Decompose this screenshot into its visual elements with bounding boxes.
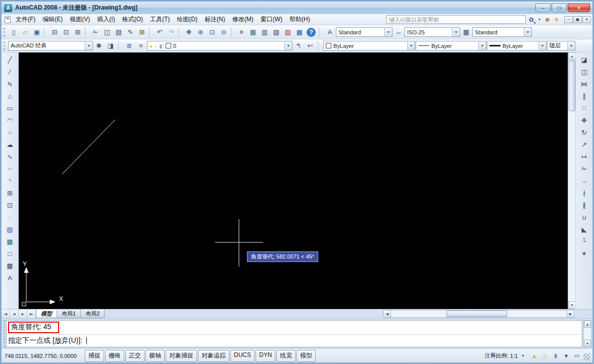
dropdown-arrow-icon[interactable] xyxy=(452,28,460,36)
dropdown-arrow-icon[interactable] xyxy=(519,354,527,357)
dropdown-arrow-icon[interactable] xyxy=(538,41,546,50)
table-icon[interactable]: ▦ xyxy=(4,260,16,272)
designcenter-icon[interactable]: ▦ xyxy=(247,27,259,38)
vertical-scrollbar-thumb[interactable] xyxy=(569,61,575,111)
properties-icon[interactable]: ≡ xyxy=(236,27,247,38)
dropdown-arrow-icon[interactable] xyxy=(407,41,415,50)
linetype-combo[interactable]: ByLayer xyxy=(416,41,486,50)
undo-icon[interactable]: ↶ xyxy=(154,27,165,38)
toolbar-lock-icon[interactable]: ▮ xyxy=(551,351,560,360)
layer-freeze-icon[interactable]: ☼ xyxy=(154,43,158,49)
table-style-combo[interactable]: Standard xyxy=(472,27,532,37)
arc-icon[interactable]: ◠ xyxy=(4,115,16,126)
hatch-icon[interactable]: ▨ xyxy=(4,224,16,235)
circle-icon[interactable]: ○ xyxy=(4,127,16,138)
command-scroll-down-icon[interactable] xyxy=(584,340,591,347)
model-toggle[interactable]: 模型 xyxy=(296,350,316,362)
horizontal-scrollbar-track[interactable] xyxy=(391,310,567,318)
plot-icon[interactable]: ⊟ xyxy=(49,27,60,38)
snap-toggle[interactable]: 捕捉 xyxy=(85,350,104,362)
annotation-autoscale-icon[interactable]: △ xyxy=(540,351,550,360)
search-options-chevron-icon[interactable]: ▼ xyxy=(537,15,542,24)
command-scroll-up-icon[interactable] xyxy=(584,321,591,328)
match-properties-icon[interactable]: ✎ xyxy=(125,27,136,38)
command-scrollbar[interactable] xyxy=(583,320,591,347)
lineweight-toggle[interactable]: 线宽 xyxy=(276,350,295,362)
menu-view[interactable]: 视图(V) xyxy=(66,14,93,25)
construction-line-icon[interactable]: ∕ xyxy=(4,66,16,78)
layer-previous-icon[interactable]: ↩ xyxy=(305,40,316,51)
copy-icon[interactable]: ◫ xyxy=(102,27,113,38)
scale-icon[interactable]: ↗ xyxy=(578,139,590,150)
gradient-icon[interactable]: ▩ xyxy=(4,236,16,247)
block-editor-icon[interactable]: ⊠ xyxy=(136,27,147,38)
pan-icon[interactable]: ✥ xyxy=(183,27,194,38)
menu-format[interactable]: 格式(O) xyxy=(119,14,146,25)
help-search-input[interactable] xyxy=(386,15,526,24)
ellipse-icon[interactable]: ○ xyxy=(4,163,16,175)
sheet-set-manager-icon[interactable]: ▧ xyxy=(271,27,282,38)
save-workspace-icon[interactable]: ◨ xyxy=(105,40,116,51)
paste-icon[interactable]: ▤ xyxy=(113,27,124,38)
menu-modify[interactable]: 修改(M) xyxy=(229,14,257,25)
annotation-visibility-icon[interactable]: ▲ xyxy=(530,351,539,360)
child-minimize-button[interactable]: ─ xyxy=(564,16,573,23)
cut-icon[interactable]: ✁ xyxy=(90,27,101,38)
plot-preview-icon[interactable]: ⊡ xyxy=(61,27,72,38)
annotation-scale-control[interactable]: 注释比例: 1:1 xyxy=(484,351,528,360)
dim-style-icon[interactable]: ↔ xyxy=(393,27,404,38)
drawing-window-menu-icon[interactable] xyxy=(5,16,11,23)
polar-toggle[interactable]: 极轴 xyxy=(145,350,165,362)
chamfer-icon[interactable]: ◣ xyxy=(578,224,590,235)
ortho-toggle[interactable]: 正交 xyxy=(125,350,144,362)
extend-icon[interactable]: → xyxy=(578,175,590,187)
trim-icon[interactable]: ✁ xyxy=(578,163,590,175)
dropdown-arrow-icon[interactable] xyxy=(524,28,531,36)
coordinates-readout[interactable]: 748.0115, 1482.7750, 0.0000 xyxy=(4,351,83,360)
command-text-area[interactable]: 角度替代: 45 指定下一点或 [放弃(U)]: xyxy=(6,320,582,347)
zoom-window-icon[interactable]: ⊡ xyxy=(207,27,218,38)
grid-toggle[interactable]: 栅格 xyxy=(105,350,124,362)
table-style-icon[interactable]: ▦ xyxy=(461,27,472,38)
child-restore-button[interactable]: ▣ xyxy=(573,16,582,23)
layer-properties-manager-icon[interactable]: ≣ xyxy=(124,40,135,51)
tab-layout2[interactable]: 布局2 xyxy=(80,309,105,318)
search-icon[interactable] xyxy=(527,15,536,24)
copy-icon[interactable]: ◫ xyxy=(578,66,590,78)
color-combo[interactable]: ByLayer xyxy=(323,41,415,50)
menu-draw[interactable]: 绘图(D) xyxy=(173,14,201,25)
rotate-icon[interactable]: ↻ xyxy=(578,127,590,138)
menu-file[interactable]: 文件(F) xyxy=(12,14,39,25)
fillet-icon[interactable]: ╰ xyxy=(578,236,590,247)
command-prompt-line[interactable]: 指定下一点或 [放弃(U)]: xyxy=(7,334,582,347)
clean-screen-icon[interactable]: ▭ xyxy=(572,351,581,360)
otrack-toggle[interactable]: 对象追踪 xyxy=(198,350,229,362)
break-at-point-icon[interactable]: ∤ xyxy=(578,187,590,199)
quickcalc-icon[interactable]: ▩ xyxy=(294,27,305,38)
insert-block-icon[interactable]: ⊞ xyxy=(4,187,16,199)
menu-help[interactable]: 帮助(H) xyxy=(286,14,314,25)
dropdown-arrow-icon[interactable] xyxy=(384,28,392,36)
scroll-left-icon[interactable] xyxy=(383,310,391,318)
region-icon[interactable]: □ xyxy=(4,248,16,259)
revision-cloud-icon[interactable]: ☁ xyxy=(4,139,16,150)
markup-set-manager-icon[interactable]: ▨ xyxy=(282,27,293,38)
save-icon[interactable]: ▣ xyxy=(31,27,42,38)
line-icon[interactable]: ╱ xyxy=(4,54,16,66)
workspace-settings-icon[interactable]: ✱ xyxy=(93,40,105,51)
communication-center-icon[interactable]: ◉ xyxy=(543,15,552,24)
lineweight-combo[interactable]: ByLayer xyxy=(487,41,547,50)
polyline-icon[interactable]: Ϟ xyxy=(4,78,16,90)
text-style-icon[interactable]: A xyxy=(324,27,335,38)
layer-combo[interactable]: ●☼◧ 0 xyxy=(147,41,292,50)
move-icon[interactable]: ✥ xyxy=(578,115,590,126)
text-style-combo[interactable]: Standard xyxy=(336,27,392,37)
last-tab-button[interactable]: ▶| xyxy=(27,309,36,318)
offset-icon[interactable]: ∥ xyxy=(578,90,590,102)
zoom-previous-icon[interactable]: ⊖ xyxy=(218,27,229,38)
point-icon[interactable]: ∙ xyxy=(4,212,16,223)
dyn-toggle[interactable]: DYN xyxy=(256,350,275,362)
window-resize-grip[interactable] xyxy=(583,353,590,360)
tab-model[interactable]: 模型 xyxy=(36,309,57,318)
help-icon[interactable]: ? xyxy=(307,28,316,37)
